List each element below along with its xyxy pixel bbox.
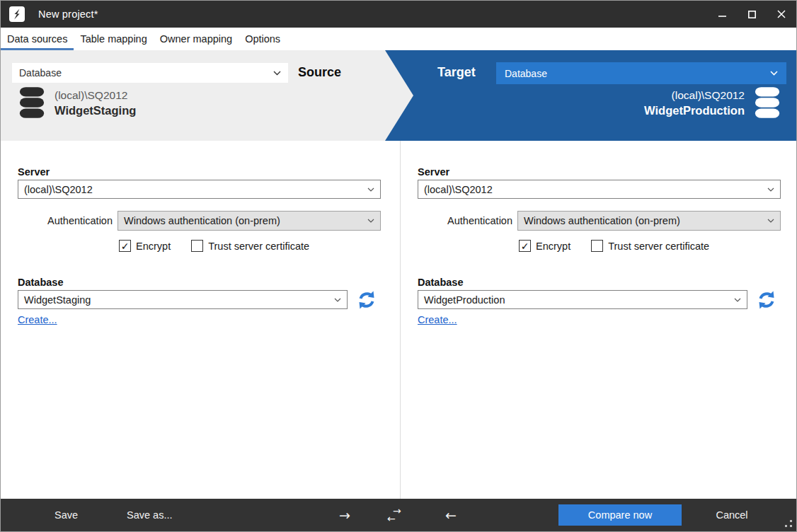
app-icon bbox=[9, 6, 25, 22]
checkbox-box[interactable] bbox=[119, 240, 131, 252]
chevron-down-icon bbox=[334, 298, 341, 302]
source-panel-label: Source bbox=[298, 65, 341, 80]
database-label: Database bbox=[18, 277, 399, 288]
server-label: Server bbox=[18, 166, 399, 178]
save-button[interactable]: Save bbox=[55, 509, 78, 521]
target-authentication-value: Windows authentication (on-prem) bbox=[524, 215, 680, 226]
maximize-button[interactable] bbox=[737, 1, 767, 28]
database-label: Database bbox=[418, 277, 797, 288]
copy-to-source-arrow-icon[interactable]: ← bbox=[445, 507, 457, 523]
source-database-summary: (local)\SQ2012 WidgetStaging bbox=[18, 86, 136, 119]
target-database-name: WidgetProduction bbox=[644, 103, 745, 118]
trust-server-certificate-checkbox[interactable]: Trust server certificate bbox=[191, 240, 309, 252]
source-authentication-dropdown[interactable]: Windows authentication (on-prem) bbox=[117, 211, 381, 231]
compare-now-button[interactable]: Compare now bbox=[558, 504, 682, 526]
source-database-dropdown[interactable]: WidgetStaging bbox=[18, 290, 348, 309]
minimize-button[interactable] bbox=[707, 1, 737, 28]
source-target-banner: Database Source (local)\SQ2012 WidgetSta… bbox=[1, 50, 796, 141]
source-server-name: (local)\SQ2012 bbox=[55, 88, 136, 103]
source-create-database-link[interactable]: Create... bbox=[18, 314, 57, 325]
encrypt-checkbox[interactable]: Encrypt bbox=[519, 240, 570, 252]
authentication-label: Authentication bbox=[18, 215, 117, 226]
target-database-value: WidgetProduction bbox=[424, 294, 505, 306]
target-panel-label: Target bbox=[437, 65, 476, 80]
chevron-down-icon bbox=[367, 219, 374, 223]
source-database-value: WidgetStaging bbox=[24, 294, 91, 306]
encryption-options-row: Encrypt Trust server certificate bbox=[519, 240, 797, 252]
refresh-icon[interactable] bbox=[757, 291, 776, 309]
target-type-value: Database bbox=[505, 68, 547, 79]
save-as-button[interactable]: Save as... bbox=[127, 509, 172, 521]
source-type-value: Database bbox=[19, 67, 62, 79]
trust-server-certificate-label: Trust server certificate bbox=[208, 241, 309, 252]
encryption-options-row: Encrypt Trust server certificate bbox=[119, 240, 399, 252]
connection-forms: Server (local)\SQ2012 Authentication Win… bbox=[1, 141, 796, 500]
authentication-row: Authentication Windows authentication (o… bbox=[418, 211, 781, 231]
authentication-row: Authentication Windows authentication (o… bbox=[18, 211, 381, 231]
target-database-dropdown[interactable]: WidgetProduction bbox=[418, 290, 747, 309]
trust-server-certificate-checkbox[interactable]: Trust server certificate bbox=[591, 240, 709, 252]
server-label: Server bbox=[418, 166, 797, 178]
chevron-down-icon bbox=[273, 71, 281, 76]
chevron-down-icon bbox=[367, 187, 374, 192]
database-row: WidgetProduction bbox=[418, 290, 797, 309]
source-authentication-value: Windows authentication (on-prem) bbox=[124, 215, 280, 226]
refresh-icon[interactable] bbox=[357, 291, 376, 309]
target-server-dropdown[interactable]: (local)\SQ2012 bbox=[418, 180, 781, 199]
window-title: New project* bbox=[38, 8, 98, 20]
encrypt-label: Encrypt bbox=[136, 241, 171, 252]
tab-owner-mapping[interactable]: Owner mapping bbox=[154, 28, 239, 50]
chevron-down-icon bbox=[767, 219, 774, 223]
source-server-dropdown[interactable]: (local)\SQ2012 bbox=[18, 180, 381, 199]
swap-bottom-arrow: ← bbox=[387, 515, 396, 523]
chevron-down-icon bbox=[734, 298, 741, 302]
swap-source-target-icon[interactable]: → ← bbox=[387, 507, 401, 523]
app-window: New project* Data sources Table mapping … bbox=[0, 0, 797, 532]
target-authentication-dropdown[interactable]: Windows authentication (on-prem) bbox=[517, 211, 781, 231]
database-row: WidgetStaging bbox=[18, 290, 399, 309]
target-create-database-link[interactable]: Create... bbox=[418, 314, 457, 325]
checkbox-box[interactable] bbox=[591, 240, 603, 252]
cancel-button[interactable]: Cancel bbox=[710, 509, 754, 521]
tab-data-sources[interactable]: Data sources bbox=[1, 28, 74, 50]
chevron-down-icon bbox=[770, 71, 778, 76]
encrypt-label: Encrypt bbox=[536, 241, 570, 252]
target-database-summary: (local)\SQ2012 WidgetProduction bbox=[644, 86, 781, 119]
footer-toolbar: Save Save as... → → ← ← Compare now Canc… bbox=[1, 499, 796, 531]
target-type-dropdown[interactable]: Database bbox=[496, 62, 786, 84]
target-connection-panel: Server (local)\SQ2012 Authentication Win… bbox=[400, 141, 797, 500]
source-server-value: (local)\SQ2012 bbox=[24, 184, 93, 195]
checkbox-box[interactable] bbox=[191, 240, 203, 252]
source-type-dropdown[interactable]: Database bbox=[12, 63, 288, 83]
target-server-name: (local)\SQ2012 bbox=[644, 88, 745, 103]
copy-to-target-arrow-icon[interactable]: → bbox=[339, 507, 350, 523]
checkbox-box[interactable] bbox=[519, 240, 531, 252]
source-database-name: WidgetStaging bbox=[55, 103, 136, 118]
authentication-label: Authentication bbox=[418, 215, 517, 226]
resize-grip[interactable] bbox=[785, 520, 792, 527]
tab-bar: Data sources Table mapping Owner mapping… bbox=[1, 28, 796, 50]
database-icon bbox=[18, 86, 45, 119]
trust-server-certificate-label: Trust server certificate bbox=[608, 241, 709, 252]
title-bar: New project* bbox=[1, 1, 796, 28]
tab-table-mapping[interactable]: Table mapping bbox=[74, 28, 153, 50]
database-icon bbox=[754, 86, 781, 119]
chevron-down-icon bbox=[767, 187, 774, 192]
tab-options[interactable]: Options bbox=[239, 28, 287, 50]
target-server-value: (local)\SQ2012 bbox=[424, 184, 493, 195]
source-connection-panel: Server (local)\SQ2012 Authentication Win… bbox=[1, 141, 399, 500]
close-button[interactable] bbox=[767, 1, 796, 28]
window-controls bbox=[707, 1, 796, 28]
encrypt-checkbox[interactable]: Encrypt bbox=[119, 240, 171, 252]
